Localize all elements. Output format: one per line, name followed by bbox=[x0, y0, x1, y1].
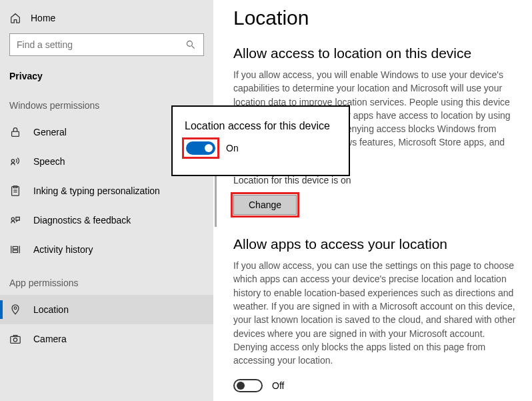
sidebar-item-label: Diagnostics & feedback bbox=[33, 215, 131, 226]
section1-title: Allow access to location on this device bbox=[233, 45, 519, 61]
search-icon bbox=[185, 39, 197, 51]
device-location-toggle[interactable] bbox=[186, 141, 215, 155]
sidebar-item-location[interactable]: Location bbox=[0, 295, 213, 324]
svg-point-13 bbox=[14, 307, 17, 310]
svg-point-3 bbox=[11, 159, 14, 162]
svg-rect-2 bbox=[12, 131, 19, 136]
page-title: Location bbox=[233, 7, 519, 29]
feedback-icon bbox=[9, 214, 21, 226]
section-heading: Privacy bbox=[0, 65, 213, 87]
popup-title: Location access for this device bbox=[185, 120, 337, 132]
camera-icon bbox=[9, 333, 21, 345]
toggle-highlight bbox=[185, 140, 217, 156]
svg-rect-16 bbox=[13, 336, 17, 337]
apps-location-toggle-row: Off bbox=[233, 379, 519, 392]
svg-rect-12 bbox=[13, 250, 17, 253]
group-app-permissions: App permissions bbox=[0, 264, 213, 295]
section2-title: Allow apps to access your location bbox=[233, 236, 519, 252]
sidebar-item-label: Camera bbox=[33, 334, 67, 344]
sidebar-item-activity[interactable]: Activity history bbox=[0, 235, 213, 264]
location-icon bbox=[9, 304, 21, 316]
sidebar-item-diagnostics[interactable]: Diagnostics & feedback bbox=[0, 206, 213, 235]
svg-line-1 bbox=[192, 46, 195, 49]
svg-rect-14 bbox=[11, 336, 20, 343]
speech-icon bbox=[9, 155, 21, 167]
change-button[interactable]: Change bbox=[233, 195, 297, 215]
toggle-label: On bbox=[226, 143, 239, 153]
svg-point-15 bbox=[13, 338, 17, 342]
home-icon bbox=[9, 12, 21, 24]
search-box[interactable] bbox=[9, 33, 204, 56]
sidebar-item-label: Speech bbox=[33, 156, 65, 167]
home-label: Home bbox=[31, 13, 55, 23]
section2-body: If you allow access, you can use the set… bbox=[233, 259, 519, 367]
svg-point-8 bbox=[11, 218, 14, 220]
timeline-icon bbox=[9, 244, 21, 256]
apps-location-toggle[interactable] bbox=[233, 379, 263, 392]
sidebar-item-label: Inking & typing personalization bbox=[33, 185, 160, 196]
home-link[interactable]: Home bbox=[0, 8, 213, 33]
lock-icon bbox=[9, 126, 21, 138]
change-highlight: Change bbox=[233, 195, 297, 215]
sidebar-item-label: Activity history bbox=[33, 244, 93, 255]
search-input[interactable] bbox=[17, 39, 185, 50]
svg-rect-11 bbox=[13, 247, 17, 250]
toggle-label: Off bbox=[272, 380, 284, 391]
location-access-popup: Location access for this device On bbox=[171, 105, 350, 176]
main-content: Location Allow access to location on thi… bbox=[213, 0, 532, 401]
sidebar: Home Privacy Windows permissions General… bbox=[0, 0, 213, 401]
sidebar-item-label: Location bbox=[33, 304, 69, 315]
clipboard-icon bbox=[9, 185, 21, 197]
sidebar-item-inking[interactable]: Inking & typing personalization bbox=[0, 176, 213, 206]
sidebar-item-label: General bbox=[33, 127, 67, 137]
sidebar-item-camera[interactable]: Camera bbox=[0, 324, 213, 354]
location-status: Location for this device is on bbox=[233, 175, 519, 185]
svg-point-0 bbox=[187, 41, 192, 46]
